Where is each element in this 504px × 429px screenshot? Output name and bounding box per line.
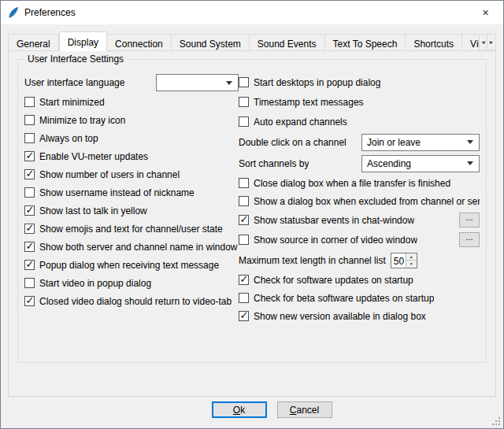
chevron-down-icon [467, 161, 473, 165]
checkbox-row-video-return-tab[interactable]: Closed video dialog should return to vid… [24, 292, 239, 310]
checkbox-row-video-source-corner[interactable]: Show source in corner of video window ..… [239, 230, 480, 250]
tab-scroll-right-icon[interactable]: ► [487, 34, 496, 50]
checkbox[interactable] [24, 169, 35, 179]
checkbox-label: Closed video dialog should return to vid… [39, 296, 232, 307]
preferences-window: Preferences ✕ General Display Connection… [0, 0, 504, 429]
right-column: Start desktops in popup dialog Timestamp… [239, 72, 480, 325]
checkbox[interactable] [24, 278, 35, 288]
sort-channels-setting: Sort channels by Ascending [239, 153, 480, 174]
language-combobox[interactable] [156, 74, 239, 91]
checkbox[interactable] [24, 151, 35, 161]
checkbox[interactable] [239, 116, 249, 127]
checkbox-label: Close dialog box when a file transfer is… [254, 178, 450, 189]
checkbox-row-statusbar-events[interactable]: Show statusbar events in chat-window ... [239, 210, 480, 230]
checkbox-label: Enable VU-meter updates [39, 151, 148, 162]
checkbox-label: Show a dialog box when excluded from cha… [254, 196, 480, 207]
checkbox[interactable] [24, 205, 35, 216]
checkbox[interactable] [24, 187, 35, 198]
tab-video[interactable]: Video [462, 34, 479, 51]
checkbox[interactable] [24, 133, 35, 143]
checkbox-row-new-version-dialog[interactable]: Show new version available in dialog box [239, 307, 480, 325]
checkbox-row-last-to-talk[interactable]: Show last to talk in yellow [24, 202, 239, 220]
checkbox-label: Show new version available in dialog box [254, 311, 426, 322]
tab-scroll-buttons: ◄ ► [479, 34, 496, 50]
checkbox-label: Show number of users in channel [39, 169, 180, 180]
left-column: User interface language Start minimized … [24, 72, 239, 325]
tab-general[interactable]: General [8, 34, 59, 51]
checkbox-row-show-username[interactable]: Show username instead of nickname [24, 183, 239, 202]
checkbox-row-popup-text-message[interactable]: Popup dialog when receiving text message [24, 256, 239, 274]
checkbox-row-timestamp-messages[interactable]: Timestamp text messages [239, 92, 480, 112]
tab-connection[interactable]: Connection [107, 34, 172, 51]
checkbox[interactable] [24, 296, 35, 306]
checkbox-row-video-popup[interactable]: Start video in popup dialog [24, 274, 239, 292]
checkbox-row-server-channel-title[interactable]: Show both server and channel name in win… [24, 238, 239, 256]
checkbox[interactable] [24, 97, 35, 107]
spinner-buttons: ▲ ▼ [406, 253, 417, 268]
checkbox-row-vu-meter[interactable]: Enable VU-meter updates [24, 147, 239, 165]
sort-channels-combobox[interactable]: Ascending [361, 155, 480, 172]
checkbox-label: Always on top [39, 133, 98, 144]
checkbox-label: Show last to talk in yellow [39, 205, 147, 216]
checkbox-label: Start minimized [39, 97, 105, 108]
checkbox[interactable] [239, 97, 249, 107]
checkbox[interactable] [239, 178, 249, 188]
tab-sound-events[interactable]: Sound Events [250, 34, 325, 51]
tab-scroll-left-icon[interactable]: ◄ [479, 34, 487, 50]
tab-bar: General Display Connection Sound System … [8, 31, 479, 51]
max-text-length-spinner[interactable]: 50 ▲ ▼ [391, 253, 417, 268]
checkbox-row-auto-expand-channels[interactable]: Auto expand channels [239, 112, 480, 131]
checkbox-row-start-minimized[interactable]: Start minimized [24, 93, 239, 111]
checkbox[interactable] [239, 215, 249, 225]
titlebar: Preferences ✕ [1, 1, 503, 24]
tab-sound-system[interactable]: Sound System [172, 34, 250, 51]
double-click-label: Double click on a channel [239, 137, 346, 148]
max-text-length-value: 50 [391, 253, 406, 268]
checkbox-label: Auto expand channels [254, 116, 347, 128]
checkbox-row-always-on-top[interactable]: Always on top [24, 129, 239, 147]
checkbox-label: Check for beta software updates on start… [254, 293, 434, 304]
ok-button[interactable]: Ok [212, 401, 267, 418]
double-click-combobox[interactable]: Join or leave [361, 134, 480, 151]
checkbox-row-dialog-on-excluded[interactable]: Show a dialog box when excluded from cha… [239, 192, 480, 210]
video-source-more-button[interactable]: ... [459, 232, 480, 247]
checkbox-row-check-updates[interactable]: Check for software updates on startup [239, 271, 480, 289]
checkbox-label: Check for software updates on startup [254, 275, 413, 286]
checkbox-row-show-user-count[interactable]: Show number of users in channel [24, 165, 239, 183]
statusbar-events-more-button[interactable]: ... [459, 213, 480, 227]
cancel-button[interactable]: Cancel [277, 401, 332, 418]
spin-down-icon[interactable]: ▼ [406, 261, 417, 268]
checkbox[interactable] [239, 275, 249, 285]
checkbox-row-close-on-transfer[interactable]: Close dialog box when a file transfer is… [239, 174, 480, 192]
checkbox-row-desktops-popup[interactable]: Start desktops in popup dialog [239, 72, 480, 92]
checkbox[interactable] [24, 260, 35, 270]
checkbox-row-show-emojis[interactable]: Show emojis and text for channel/user st… [24, 220, 239, 238]
spin-up-icon[interactable]: ▲ [406, 253, 417, 261]
checkbox[interactable] [24, 242, 35, 252]
checkbox[interactable] [24, 224, 35, 234]
checkbox-row-minimize-to-tray[interactable]: Minimize to tray icon [24, 111, 239, 129]
resize-grip[interactable] [498, 423, 500, 425]
checkbox-label: Start desktops in popup dialog [254, 77, 380, 88]
checkbox[interactable] [239, 196, 249, 206]
close-icon[interactable]: ✕ [468, 2, 503, 24]
checkbox-label: Popup dialog when receiving text message [39, 260, 219, 271]
tab-page-display: User Interface Settings User interface l… [8, 50, 496, 397]
chevron-down-icon [226, 81, 232, 85]
tab-display[interactable]: Display [59, 31, 107, 51]
checkbox-label: Show emojis and text for channel/user st… [39, 224, 223, 235]
checkbox-row-check-beta-updates[interactable]: Check for beta software updates on start… [239, 289, 480, 307]
tab-shortcuts[interactable]: Shortcuts [406, 34, 462, 51]
checkbox[interactable] [239, 235, 249, 245]
checkbox[interactable] [239, 293, 249, 303]
checkbox[interactable] [24, 115, 35, 125]
language-label: User interface language [24, 77, 124, 88]
checkbox-label: Minimize to tray icon [39, 115, 125, 126]
window-title: Preferences [24, 7, 468, 18]
double-click-value: Join or leave [367, 137, 421, 148]
checkbox[interactable] [239, 311, 249, 321]
checkbox[interactable] [239, 77, 249, 87]
dialog-buttons: Ok Cancel [1, 401, 503, 418]
max-text-length-label: Maximum text length in channel list [239, 255, 386, 266]
tab-text-to-speech[interactable]: Text To Speech [325, 34, 406, 51]
